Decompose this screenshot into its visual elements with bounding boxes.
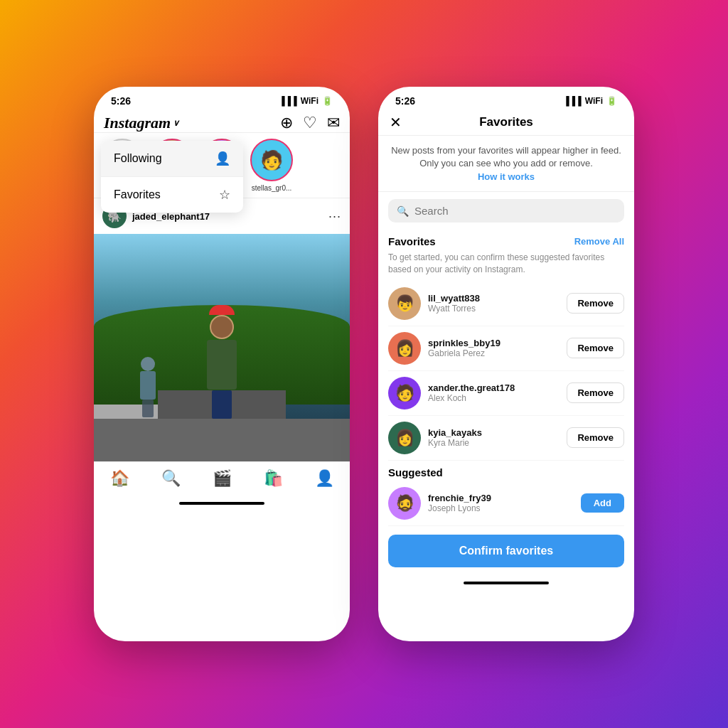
info-box: New posts from your favorites will appea… (378, 136, 634, 192)
user-name-3: Kyra Marie (428, 438, 560, 448)
remove-all-button[interactable]: Remove All (574, 236, 624, 247)
suggested-user-list: 🧔 frenchie_fry39 Joseph Lyons Add (378, 481, 634, 526)
remove-button-1[interactable]: Remove (567, 338, 624, 358)
table-row: 👦 lil_wyatt838 Wyatt Torres Remove (388, 282, 624, 326)
user-info-sugg-0: frenchie_fry39 Joseph Lyons (428, 493, 574, 513)
search-box[interactable]: 🔍 (388, 199, 624, 223)
status-bar-2: 5:26 ▐▐▐ WiFi 🔋 (378, 87, 634, 109)
dropdown-menu: Following 👤 Favorites ☆ (101, 141, 243, 213)
info-text: New posts from your favorites will appea… (390, 144, 623, 170)
user-info-3: kyia_kayaks Kyra Marie (428, 427, 560, 448)
search-input[interactable] (414, 205, 616, 217)
post-image (94, 234, 350, 461)
avatar-sprinkles: 👩 (388, 332, 421, 365)
user-info-0: lil_wyatt838 Wyatt Torres (428, 293, 560, 314)
user-handle-2: xander.the.great178 (428, 382, 560, 393)
signal-icon: ▐▐▐ (279, 96, 297, 106)
dropdown-following[interactable]: Following 👤 (101, 141, 243, 177)
signal-icon-2: ▐▐▐ (563, 96, 582, 106)
battery-icon: 🔋 (322, 96, 333, 106)
home-indicator-2 (464, 582, 549, 584)
header-icons: ⊕ ♡ ✉ (280, 114, 340, 132)
table-row: 👩 sprinkles_bby19 Gabriela Perez Remove (388, 326, 624, 371)
favorites-header: ✕ Favorites (378, 109, 634, 136)
user-name-0: Wyatt Torres (428, 304, 560, 314)
user-info-1: sprinkles_bby19 Gabriela Perez (428, 338, 560, 358)
battery-icon-2: 🔋 (606, 96, 617, 106)
post-image-content (94, 234, 350, 461)
messenger-icon[interactable]: ✉ (327, 114, 340, 132)
add-button-0[interactable]: Add (581, 493, 624, 513)
home-indicator-1 (179, 502, 264, 505)
phone-1: 5:26 ▐▐▐ WiFi 🔋 Instagram ∨ ⊕ ♡ ✉ Follow… (94, 87, 350, 641)
favorites-desc: To get started, you can confirm these su… (378, 250, 634, 282)
confirm-favorites-button[interactable]: Confirm favorites (388, 535, 624, 567)
following-icon: 👤 (215, 151, 230, 166)
profile-nav-icon[interactable]: 👤 (315, 469, 334, 488)
story-3[interactable]: 🧑 stellas_gr0... (250, 139, 293, 192)
favorites-user-list: 👦 lil_wyatt838 Wyatt Torres Remove 👩 spr… (378, 282, 634, 461)
instagram-logo[interactable]: Instagram ∨ (104, 114, 179, 132)
user-name-sugg-0: Joseph Lyons (428, 503, 574, 513)
favorites-label: Favorites (114, 188, 161, 201)
favorites-section-header: Favorites Remove All (378, 230, 634, 250)
avatar-kyia: 👩 (388, 422, 421, 454)
remove-button-2[interactable]: Remove (567, 382, 624, 403)
page-title: Favorites (479, 115, 533, 129)
user-name-2: Alex Koch (428, 393, 560, 403)
reels-nav-icon[interactable]: 🎬 (213, 469, 232, 488)
chevron-down-icon[interactable]: ∨ (173, 118, 179, 129)
bottom-nav: 🏠 🔍 🎬 🛍️ 👤 (94, 461, 350, 502)
search-icon: 🔍 (397, 205, 409, 217)
avatar-lil-wyatt: 👦 (388, 287, 421, 320)
remove-button-3[interactable]: Remove (567, 427, 624, 448)
status-bar-1: 5:26 ▐▐▐ WiFi 🔋 (94, 87, 350, 109)
user-handle-1: sprinkles_bby19 (428, 338, 560, 348)
story-3-label: stellas_gr0... (252, 184, 292, 192)
post-more-icon[interactable]: ··· (328, 209, 341, 224)
table-row: 👩 kyia_kayaks Kyra Marie Remove (388, 416, 624, 461)
wifi-icon: WiFi (301, 96, 318, 106)
suggested-section-title: Suggested (388, 466, 443, 478)
time-2: 5:26 (395, 95, 415, 107)
remove-button-0[interactable]: Remove (567, 293, 624, 314)
shop-nav-icon[interactable]: 🛍️ (264, 469, 283, 488)
how-it-works-link[interactable]: How it works (478, 171, 535, 182)
heart-icon[interactable]: ♡ (303, 114, 317, 132)
suggested-section-header: Suggested (378, 461, 634, 481)
search-nav-icon[interactable]: 🔍 (161, 469, 181, 488)
phone1-header: Instagram ∨ ⊕ ♡ ✉ Following 👤 Favorites … (94, 109, 350, 133)
avatar-frenchie: 🧔 (388, 487, 421, 520)
following-label: Following (114, 152, 162, 165)
table-row: 🧔 frenchie_fry39 Joseph Lyons Add (388, 481, 624, 526)
user-handle-3: kyia_kayaks (428, 427, 560, 438)
avatar-xander: 🧑 (388, 377, 421, 410)
user-handle-0: lil_wyatt838 (428, 293, 560, 304)
wifi-icon-2: WiFi (585, 96, 603, 106)
phone-2: 5:26 ▐▐▐ WiFi 🔋 ✕ Favorites New posts fr… (378, 87, 634, 641)
user-handle-sugg-0: frenchie_fry39 (428, 493, 574, 503)
close-button[interactable]: ✕ (390, 114, 402, 131)
favorites-section-title: Favorites (388, 235, 436, 247)
user-name-1: Gabriela Perez (428, 348, 560, 358)
add-post-icon[interactable]: ⊕ (280, 114, 293, 132)
dropdown-favorites[interactable]: Favorites ☆ (101, 177, 243, 213)
status-icons-2: ▐▐▐ WiFi 🔋 (563, 96, 617, 106)
confirm-btn-wrap: Confirm favorites (378, 526, 634, 582)
story-3-avatar: 🧑 (250, 139, 293, 181)
table-row: 🧑 xander.the.great178 Alex Koch Remove (388, 371, 624, 416)
home-nav-icon[interactable]: 🏠 (110, 469, 129, 488)
time-1: 5:26 (111, 95, 131, 107)
user-info-2: xander.the.great178 Alex Koch (428, 382, 560, 403)
star-icon: ☆ (219, 187, 230, 203)
status-icons-1: ▐▐▐ WiFi 🔋 (279, 96, 333, 106)
